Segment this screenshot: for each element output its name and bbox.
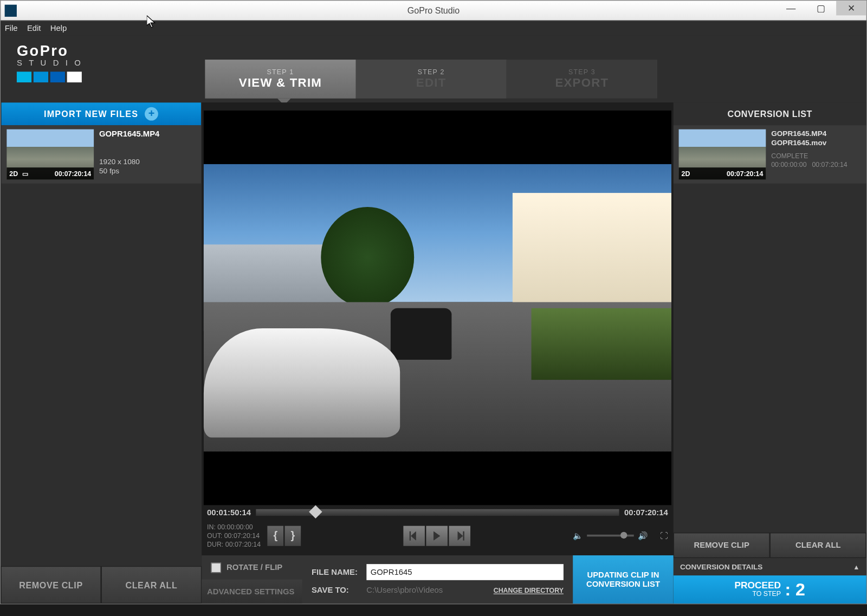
step-edit[interactable]: STEP 2 EDIT	[356, 60, 507, 99]
remove-clip-button[interactable]: REMOVE CLIP	[1, 566, 101, 604]
svg-marker-3	[458, 531, 463, 540]
step-forward-button[interactable]	[449, 526, 470, 546]
speaker-low-icon: 🔈	[573, 531, 583, 540]
step-view-trim[interactable]: STEP 1 VIEW & TRIM	[205, 60, 355, 99]
rotate-flip-toggle[interactable]: ROTATE / FLIP	[202, 555, 302, 580]
in-out-display: IN: 00:00:00:00 OUT: 00:07:20:14 DUR: 00…	[207, 522, 261, 548]
clip-mode: 2D	[9, 170, 18, 177]
saveto-path: C:\Users\pbro\Videos	[366, 586, 487, 595]
plus-icon: +	[145, 107, 159, 121]
logo-sq-2	[34, 72, 48, 82]
filename-input[interactable]	[366, 564, 564, 580]
video-preview[interactable]	[204, 111, 671, 505]
timeline-track[interactable]	[256, 509, 619, 516]
volume-control: 🔈 🔊 ⛶	[573, 531, 668, 540]
filename-label: FILE NAME:	[312, 567, 360, 576]
bottom-bar: ROTATE / FLIP ADVANCED SETTINGS FILE NAM…	[202, 555, 673, 604]
step-back-button[interactable]	[403, 526, 425, 546]
menubar: File Edit Help	[1, 21, 866, 35]
saveto-label: SAVE TO:	[312, 586, 360, 595]
right-panel: CONVERSION LIST 2D 00:07:20:14 GOPR1645.…	[674, 102, 866, 604]
conversion-clip-item[interactable]: 2D 00:07:20:14 GOPR1645.MP4 GOPR1645.mov…	[674, 125, 866, 184]
svg-rect-4	[463, 531, 464, 540]
maximize-button[interactable]: ▢	[806, 1, 837, 15]
menu-edit[interactable]: Edit	[27, 23, 41, 33]
mark-in-button[interactable]: {	[267, 526, 283, 546]
conv-clip-tc: 00:07:20:14	[727, 170, 763, 177]
logo-sq-4	[67, 72, 82, 82]
timeline: 00:01:50:14 00:07:20:14	[202, 505, 673, 520]
conv-time-1: 00:00:00:00	[771, 161, 806, 168]
clear-all-button[interactable]: CLEAR ALL	[101, 566, 202, 604]
conversion-list-header: CONVERSION LIST	[674, 102, 866, 125]
speaker-high-icon: 🔊	[638, 531, 648, 540]
clip-name: GOPR1645.MP4	[99, 129, 159, 139]
fullscreen-button[interactable]: ⛶	[660, 531, 668, 540]
app-window: GoPro Studio — ▢ ✕ File Edit Help GoPro …	[0, 0, 867, 604]
proceed-to-step-2-button[interactable]: PROCEED TO STEP : 2	[674, 575, 866, 604]
current-timecode: 00:01:50:14	[207, 508, 251, 517]
step-export[interactable]: STEP 3 EXPORT	[507, 60, 657, 99]
conversion-thumbnail: 2D 00:07:20:14	[679, 129, 766, 180]
clip-resolution: 1920 x 1080	[99, 158, 159, 166]
logo-sq-1	[17, 72, 31, 82]
volume-slider[interactable]	[587, 535, 634, 537]
menu-file[interactable]: File	[5, 23, 18, 33]
playhead-icon[interactable]	[309, 505, 322, 518]
minimize-button[interactable]: —	[776, 1, 806, 15]
conv-name-2: GOPR1645.mov	[771, 139, 847, 147]
close-button[interactable]: ✕	[836, 1, 866, 15]
svg-marker-2	[434, 531, 440, 540]
camera-icon: ▭	[22, 170, 28, 177]
clip-timecode: 00:07:20:14	[55, 170, 91, 177]
conversion-details-toggle[interactable]: CONVERSION DETAILS ▲	[674, 558, 866, 575]
menu-help[interactable]: Help	[50, 23, 67, 33]
left-panel: IMPORT NEW FILES + 2D ▭ 00:07:20:14 GOPR…	[1, 102, 202, 604]
clip-thumbnail: 2D ▭ 00:07:20:14	[7, 129, 94, 180]
mark-out-button[interactable]: }	[285, 526, 301, 546]
logo-sq-3	[50, 72, 65, 82]
conv-remove-clip-button[interactable]: REMOVE CLIP	[674, 533, 770, 558]
conv-clip-mode: 2D	[682, 170, 690, 177]
app-icon	[5, 4, 17, 16]
import-label: IMPORT NEW FILES	[44, 109, 138, 119]
workflow-steps: STEP 1 VIEW & TRIM STEP 2 EDIT STEP 3 EX…	[205, 60, 657, 99]
titlebar: GoPro Studio — ▢ ✕	[1, 1, 866, 21]
svg-marker-0	[411, 531, 416, 540]
end-timecode: 00:07:20:14	[624, 508, 668, 517]
main: IMPORT NEW FILES + 2D ▭ 00:07:20:14 GOPR…	[1, 102, 866, 604]
conv-time-2: 00:07:20:14	[812, 161, 847, 168]
video-frame	[204, 164, 671, 451]
logo-brand: GoPro	[17, 42, 87, 60]
updating-clip-status: UPDATING CLIP IN CONVERSION LIST	[573, 555, 673, 604]
center-panel: 00:01:50:14 00:07:20:14 IN: 00:00:00:00 …	[202, 102, 673, 604]
svg-rect-1	[410, 531, 411, 540]
logo-squares	[17, 72, 87, 82]
window-title: GoPro Studio	[407, 5, 460, 16]
logo: GoPro STUDIO	[17, 42, 87, 82]
transport-controls: IN: 00:00:00:00 OUT: 00:07:20:14 DUR: 00…	[202, 520, 673, 556]
play-button[interactable]	[426, 526, 448, 546]
header: GoPro STUDIO STEP 1 VIEW & TRIM STEP 2 E…	[1, 36, 866, 103]
conv-clear-all-button[interactable]: CLEAR ALL	[770, 533, 866, 558]
import-new-files-button[interactable]: IMPORT NEW FILES +	[1, 102, 200, 125]
logo-sub: STUDIO	[17, 59, 87, 68]
advanced-settings-button[interactable]: ADVANCED SETTINGS	[202, 580, 302, 604]
rotate-flip-checkbox[interactable]	[211, 562, 221, 573]
source-clip-item[interactable]: 2D ▭ 00:07:20:14 GOPR1645.MP4 1920 x 108…	[1, 125, 200, 184]
chevron-up-icon: ▲	[853, 563, 859, 570]
conv-name-1: GOPR1645.MP4	[771, 129, 847, 138]
conv-status: COMPLETE	[771, 152, 847, 160]
clip-fps: 50 fps	[99, 167, 159, 175]
change-directory-link[interactable]: CHANGE DIRECTORY	[494, 587, 564, 594]
